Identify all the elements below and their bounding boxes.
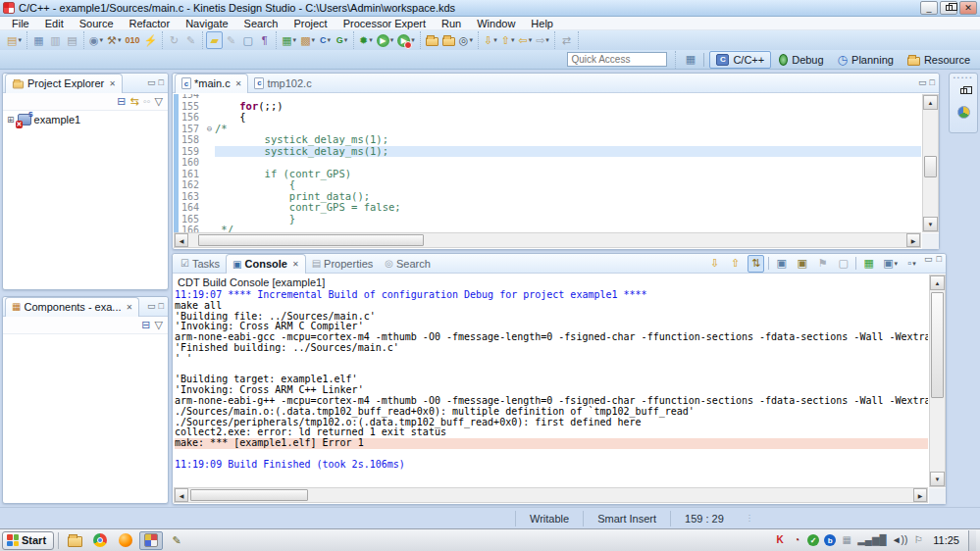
monitor-gauge-icon[interactable]: ◔ bbox=[791, 533, 802, 547]
quick-access-input[interactable] bbox=[567, 52, 667, 67]
new-component-button[interactable]: ▦▾ bbox=[280, 31, 298, 49]
open-perspective-button[interactable]: ▦ bbox=[682, 51, 698, 69]
restart-button[interactable]: ↻ bbox=[166, 31, 182, 49]
flash-button[interactable]: ⚡ bbox=[141, 31, 159, 49]
scroll-left-icon[interactable]: ◀ bbox=[175, 488, 188, 502]
menu-search[interactable]: Search bbox=[236, 17, 286, 30]
menu-source[interactable]: Source bbox=[72, 17, 122, 30]
close-icon[interactable]: ✕ bbox=[235, 79, 242, 88]
minimize-view-icon[interactable]: ▭ bbox=[147, 78, 156, 87]
scroll-lock-button[interactable]: ⇅ bbox=[748, 255, 764, 273]
tab-properties[interactable]: ▤Properties bbox=[306, 254, 380, 274]
start-button[interactable]: Start bbox=[2, 531, 54, 550]
editor-tab-tmp102.c[interactable]: ctmp102.c bbox=[248, 74, 317, 93]
console-vscrollbar[interactable]: ▲ ▼ bbox=[929, 275, 946, 487]
new-console-view-button[interactable]: ▫▾ bbox=[903, 255, 920, 273]
tab-search[interactable]: ◎Search bbox=[379, 254, 437, 274]
restore-button[interactable] bbox=[940, 1, 957, 15]
taskbar-clock[interactable]: 11:25 bbox=[929, 534, 963, 546]
save-all-button[interactable]: ▥ bbox=[47, 31, 64, 49]
menu-help[interactable]: Help bbox=[523, 17, 561, 30]
perspective-cc[interactable]: CC/C++ bbox=[709, 51, 771, 69]
view-menu-button[interactable]: ▽ bbox=[155, 96, 163, 107]
save-button[interactable]: ▦ bbox=[30, 31, 47, 49]
perspective-resource[interactable]: Resource bbox=[902, 51, 976, 69]
print-button[interactable]: ▤ bbox=[64, 31, 80, 49]
collapse-all-button[interactable]: ⊟ bbox=[141, 320, 150, 330]
clear-console-button[interactable]: ▢ bbox=[835, 255, 851, 273]
pin-console-button[interactable]: ⚑ bbox=[814, 255, 831, 273]
link-with-editor-button[interactable]: ⇆ bbox=[130, 96, 139, 107]
close-button[interactable]: ✕ bbox=[959, 1, 977, 15]
link-editor-button[interactable]: ⇄ bbox=[558, 31, 575, 49]
menu-project[interactable]: Project bbox=[285, 17, 335, 30]
tab-components[interactable]: ▦ Components - exa... ✕ bbox=[5, 297, 139, 317]
menu-run[interactable]: Run bbox=[434, 17, 469, 30]
taskbar-chrome-button[interactable] bbox=[88, 531, 112, 550]
collapse-all-button[interactable]: ⊟ bbox=[117, 96, 126, 107]
volume-icon[interactable]: ◄)) bbox=[892, 533, 908, 547]
perspective-planning[interactable]: ◷Planning bbox=[832, 51, 900, 69]
bluetooth-icon[interactable]: b bbox=[824, 534, 836, 546]
view-menu-button[interactable]: ▽ bbox=[155, 320, 163, 330]
prev-error-button[interactable]: ⇧ bbox=[727, 255, 744, 273]
expand-icon[interactable]: ⊞ bbox=[7, 116, 15, 125]
build-button[interactable]: ⚒▾ bbox=[105, 31, 123, 49]
restore-views-button[interactable] bbox=[954, 82, 973, 100]
scroll-thumb[interactable] bbox=[198, 234, 424, 246]
next-error-button[interactable]: ⇩ bbox=[706, 255, 723, 273]
scroll-thumb[interactable] bbox=[924, 156, 937, 177]
maximize-view-icon[interactable]: □ bbox=[937, 255, 942, 273]
kaspersky-icon[interactable]: K bbox=[774, 533, 786, 547]
scroll-left-icon[interactable]: ◀ bbox=[175, 233, 188, 247]
next-annotation-button[interactable]: ⇧▾ bbox=[499, 31, 517, 49]
minimize-view-icon[interactable]: ▭ bbox=[918, 78, 927, 87]
last-edit-button[interactable]: ⇩▾ bbox=[482, 31, 499, 49]
toggle-mark-button[interactable]: ✎ bbox=[223, 31, 239, 49]
signal-strength-icon[interactable]: ▂▄▆█ bbox=[857, 533, 887, 547]
menu-navigate[interactable]: Navigate bbox=[178, 17, 235, 30]
show-whitespace-button[interactable]: ¶ bbox=[256, 31, 273, 49]
console-hscrollbar[interactable]: ◀ ▶ bbox=[174, 487, 928, 503]
tab-tasks[interactable]: ☑Tasks bbox=[175, 254, 226, 274]
forward-button[interactable]: ⇨▾ bbox=[534, 31, 551, 49]
mark-occurrences-button[interactable]: ▰ bbox=[206, 31, 223, 49]
close-icon[interactable]: ✕ bbox=[127, 303, 133, 312]
scroll-right-icon[interactable]: ▶ bbox=[913, 488, 927, 502]
run-button[interactable]: ▶▾ bbox=[375, 31, 396, 49]
flash-programmer-button[interactable]: ◉▾ bbox=[87, 31, 105, 49]
scroll-up-icon[interactable]: ▲ bbox=[923, 95, 938, 110]
minimize-view-icon[interactable]: ▭ bbox=[924, 255, 933, 273]
generate-code-button[interactable]: G▾ bbox=[334, 31, 350, 49]
close-icon[interactable]: ✕ bbox=[109, 79, 116, 88]
maximize-view-icon[interactable]: □ bbox=[930, 78, 935, 87]
outline-view-button[interactable] bbox=[954, 103, 973, 121]
editor-tab-main.c[interactable]: c*main.c✕ bbox=[175, 74, 248, 93]
fold-marker-icon[interactable]: ⊖ bbox=[204, 124, 215, 135]
tab-console[interactable]: ▣Console✕ bbox=[226, 254, 306, 274]
scroll-down-icon[interactable]: ▼ bbox=[923, 217, 938, 231]
editor-vscrollbar[interactable]: ▲ ▼ bbox=[922, 94, 939, 232]
display-console-button[interactable]: ▦ bbox=[860, 255, 877, 273]
search-button[interactable]: ◎▾ bbox=[457, 31, 475, 49]
scroll-up-icon[interactable]: ▲ bbox=[930, 276, 945, 290]
binary-button[interactable]: 010 bbox=[123, 31, 141, 49]
open-element-button[interactable] bbox=[424, 31, 440, 49]
taskbar-kds-button[interactable] bbox=[139, 531, 163, 550]
menu-edit[interactable]: Edit bbox=[37, 17, 72, 30]
scroll-thumb[interactable] bbox=[931, 292, 944, 398]
profile-button[interactable]: ▶▾ bbox=[395, 31, 417, 49]
open-console-button[interactable]: ▣▾ bbox=[881, 255, 900, 273]
menu-file[interactable]: File bbox=[4, 17, 37, 30]
show-console-on-error-button[interactable]: ▣ bbox=[794, 255, 810, 273]
perspective-debug[interactable]: Debug bbox=[773, 51, 829, 69]
network-ok-icon[interactable]: ✓ bbox=[807, 534, 819, 546]
back-button[interactable]: ⇦▾ bbox=[516, 31, 534, 49]
show-whitespace-zero-button[interactable]: ▢ bbox=[239, 31, 256, 49]
new-c-class-button[interactable]: C▾ bbox=[317, 31, 334, 49]
new-wizard-button[interactable]: ▤▾ bbox=[5, 31, 24, 49]
maximize-view-icon[interactable]: □ bbox=[159, 78, 164, 87]
taskbar-firefox-button[interactable] bbox=[114, 531, 137, 550]
debug-button[interactable]: ✹▾ bbox=[357, 31, 375, 49]
show-desktop-button[interactable] bbox=[968, 530, 976, 551]
